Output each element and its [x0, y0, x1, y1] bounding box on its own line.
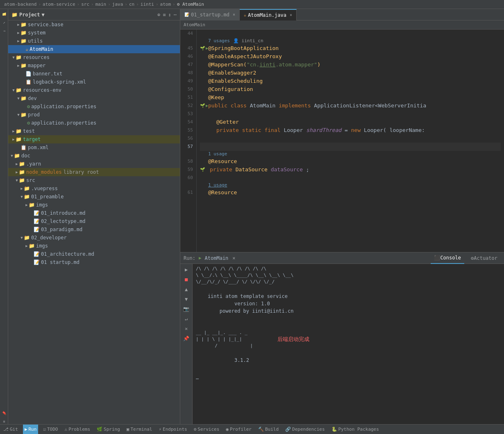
panel-icon-world[interactable]: ⊕ — [157, 12, 160, 18]
sidebar-icon-bookmarks[interactable]: 🔖 — [1, 409, 7, 417]
tree-label: banner.txt — [33, 71, 62, 77]
tree-item-lectotype-md[interactable]: 📝 02_lectotype.md — [8, 217, 180, 225]
status-endpoints-label: Endpoints — [163, 427, 187, 432]
console-line-art1: __ |_ __|_. ___ . _ — [196, 329, 253, 336]
sidebar-icon-pull[interactable]: ↓ — [1, 28, 7, 34]
line-num-59: 59 — [184, 166, 193, 174]
status-todo[interactable]: ☑ TODO — [41, 425, 59, 434]
run-wrap[interactable]: ↵ — [182, 315, 191, 323]
tree-item-logback[interactable]: 📋 logback-spring.xml — [8, 78, 180, 86]
project-folder-icon: 📁 — [11, 12, 18, 18]
project-panel: 📁 Project ▼ ⊕ ≡ ↕ ⋯ ▶ 📁 service.base ▶ 📁 — [8, 9, 180, 424]
panel-icon-sort[interactable]: ↕ — [168, 12, 171, 18]
run-stop-button[interactable]: ■ — [182, 275, 191, 284]
tree-item-service-base[interactable]: ▶ 📁 service.base — [8, 20, 180, 29]
run-pin[interactable]: 📌 — [182, 334, 191, 343]
folder-icon: 📁 — [24, 194, 30, 200]
status-endpoints[interactable]: ⚡ Endpoints — [157, 425, 188, 434]
tree-item-node-modules[interactable]: ▶ 📁 node_modules library root — [8, 168, 180, 176]
tree-label: 03_paradigm.md — [41, 227, 82, 232]
tab-close-button[interactable]: × — [290, 13, 292, 17]
tree-item-app-prop-dev[interactable]: ⚙ application.properties — [8, 102, 180, 111]
status-python-packages[interactable]: 🐍 Python Packages — [330, 425, 381, 434]
tree-item-atommain[interactable]: ☕ AtomMain — [8, 45, 180, 53]
tree-item-prod[interactable]: ▼ 📁 prod — [8, 111, 180, 119]
status-git[interactable]: ⎇ Git — [2, 425, 20, 434]
tree-label: resources-env — [23, 87, 61, 93]
breadcrumb-item[interactable]: java — [112, 2, 123, 7]
usage-hint-45: 7 usages 👤 iinti_cn — [200, 38, 501, 44]
tree-item-imgs1[interactable]: ▶ 📁 imgs — [8, 201, 180, 209]
tree-item-target[interactable]: ▶ 📁 target — [8, 135, 180, 143]
tree-item-pom[interactable]: 📋 pom.xml — [8, 143, 180, 152]
txt-icon: 📄 — [25, 71, 32, 77]
arrow-icon: ▶ — [16, 31, 20, 35]
tree-item-introduce-md[interactable]: 📝 01_introduce.md — [8, 209, 180, 217]
panel-icon-collapse[interactable]: ≡ — [163, 12, 166, 18]
run-clear[interactable]: ✕ — [182, 325, 191, 333]
tab-startup-md[interactable]: 📝 01_startup.md × — [180, 9, 240, 20]
tree-item-resources[interactable]: ▼ 📁 resources — [8, 53, 180, 61]
status-services[interactable]: ⚙ Services — [192, 425, 221, 434]
run-close-button[interactable]: × — [232, 255, 235, 261]
tree-item-doc[interactable]: ▼ 📁 doc — [8, 152, 180, 160]
sidebar-icon-project[interactable]: 📁 — [1, 11, 7, 18]
breadcrumb-item[interactable]: src — [81, 2, 89, 7]
tree-item-yarn[interactable]: ▶ 📁 .yarn — [8, 160, 180, 168]
breadcrumb-item[interactable]: atom-service — [43, 2, 75, 7]
tab-atommain-java[interactable]: ☕ AtomMain.java × — [240, 9, 297, 20]
tree-item-banner[interactable]: 📄 banner.txt — [8, 70, 180, 78]
tree-item-mapper[interactable]: ▶ 📁 mapper — [8, 61, 180, 70]
tree-label: application.properties — [31, 120, 96, 126]
status-spring[interactable]: 🌿 Spring — [95, 425, 122, 434]
tree-item-vuepress[interactable]: ▶ 📁 .vuepress — [8, 184, 180, 193]
run-panel: Run: ▶ AtomMain × ⬛ Console ⚙ Actuator ▶… — [180, 252, 504, 424]
status-terminal-label: Terminal — [130, 427, 152, 432]
breadcrumb-item[interactable]: cn — [129, 2, 134, 7]
run-restart-button[interactable]: ▶ — [182, 266, 191, 274]
status-services-label: Services — [198, 427, 219, 432]
tree-item-imgs2[interactable]: ▶ 📁 imgs — [8, 242, 180, 250]
status-dependencies[interactable]: 🔗 Dependencies — [284, 425, 326, 434]
status-terminal[interactable]: ▣ Terminal — [125, 425, 154, 434]
run-screenshot[interactable]: 📷 — [182, 305, 191, 313]
tree-item-utils[interactable]: ▶ 📁 utils — [8, 37, 180, 45]
sidebar-icon-structure[interactable]: ≡ — [1, 419, 7, 424]
status-build[interactable]: 🔨 Build — [257, 425, 280, 434]
run-tab-console[interactable]: ⬛ Console — [431, 252, 464, 264]
panel-icon-settings[interactable]: ⋯ — [174, 12, 177, 18]
tree-item-test[interactable]: ▶ 📁 test — [8, 127, 180, 135]
status-profiler[interactable]: ◉ Profiler — [224, 425, 253, 434]
console-cursor — [196, 371, 501, 379]
line-num-52: 52 — [184, 102, 193, 110]
tree-item-startup-md2[interactable]: 📝 01 startup.md — [8, 258, 180, 266]
tree-label: 02_developer — [31, 235, 67, 241]
breadcrumb-item[interactable]: main — [95, 2, 107, 7]
tree-label: prod — [28, 112, 40, 118]
code-editor[interactable]: 44 45 46 47 48 49 50 51 52 53 54 55 56 5… — [180, 30, 504, 252]
status-problems[interactable]: ⚠ Problems — [63, 425, 92, 434]
line-num-57: 57 — [184, 143, 193, 151]
tree-item-app-prop-prod[interactable]: ⚙ application.properties — [8, 119, 180, 127]
tree-item-paradigm-md[interactable]: 📝 03_paradigm.md — [8, 225, 180, 234]
breadcrumb-item[interactable]: atom-backend — [4, 2, 36, 7]
tree-label: mapper — [28, 63, 45, 68]
breadcrumb-item[interactable]: atom — [160, 2, 171, 7]
tree-item-developer[interactable]: ▼ 📁 02_developer — [8, 234, 180, 242]
status-run[interactable]: ▶ Run — [23, 425, 39, 434]
tree-item-resources-env[interactable]: ▼ 📁 resources-env — [8, 86, 180, 94]
run-scroll-down[interactable]: ▼ — [182, 295, 191, 303]
breadcrumb-item[interactable]: iinti — [141, 2, 154, 7]
tree-label: .yarn — [26, 161, 41, 167]
panel-dropdown-arrow[interactable]: ▼ — [42, 12, 45, 18]
tree-item-src-doc[interactable]: ▼ 📁 src — [8, 176, 180, 184]
tree-item-architecture-md[interactable]: 📝 01_architecture.md — [8, 250, 180, 258]
folder-icon: 📁 — [20, 63, 27, 68]
sidebar-icon-commit[interactable]: ✓ — [1, 19, 7, 27]
tree-item-preamble[interactable]: ▼ 📁 01_preamble — [8, 193, 180, 201]
tab-close-button[interactable]: × — [233, 12, 235, 17]
run-tab-actuator[interactable]: ⚙ Actuator — [468, 252, 501, 264]
run-scroll-up[interactable]: ▲ — [182, 285, 191, 293]
tree-item-system[interactable]: ▶ 📁 system — [8, 29, 180, 37]
tree-item-dev[interactable]: ▼ 📁 dev — [8, 94, 180, 102]
